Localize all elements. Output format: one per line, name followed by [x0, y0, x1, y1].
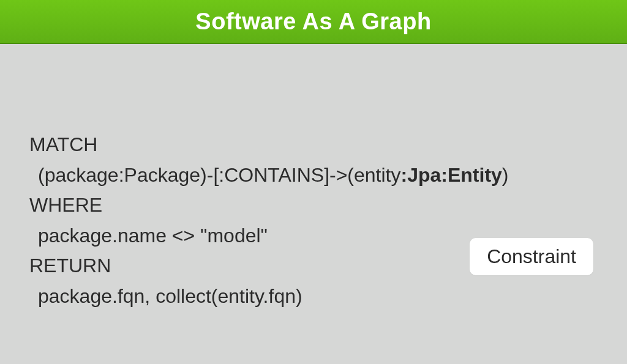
match-clause: (package:Package)-[:CONTAINS]->(entity:J…	[29, 160, 598, 191]
slide-title: Software As A Graph	[195, 9, 431, 35]
keyword-where: WHERE	[29, 190, 598, 221]
return-clause: package.fqn, collect(entity.fqn)	[29, 281, 598, 312]
match-pattern-bold: :Jpa:Entity	[401, 164, 502, 186]
constraint-badge: Constraint	[470, 238, 593, 275]
constraint-badge-label: Constraint	[487, 245, 576, 267]
cypher-query: MATCH (package:Package)-[:CONTAINS]->(en…	[29, 130, 598, 312]
slide-content: MATCH (package:Package)-[:CONTAINS]->(en…	[0, 44, 627, 312]
match-pattern-close: )	[502, 164, 509, 186]
slide-header: Software As A Graph	[0, 0, 627, 44]
keyword-match: MATCH	[29, 130, 598, 160]
match-pattern-prefix: (package:Package)-[:CONTAINS]->(entity	[38, 164, 401, 186]
